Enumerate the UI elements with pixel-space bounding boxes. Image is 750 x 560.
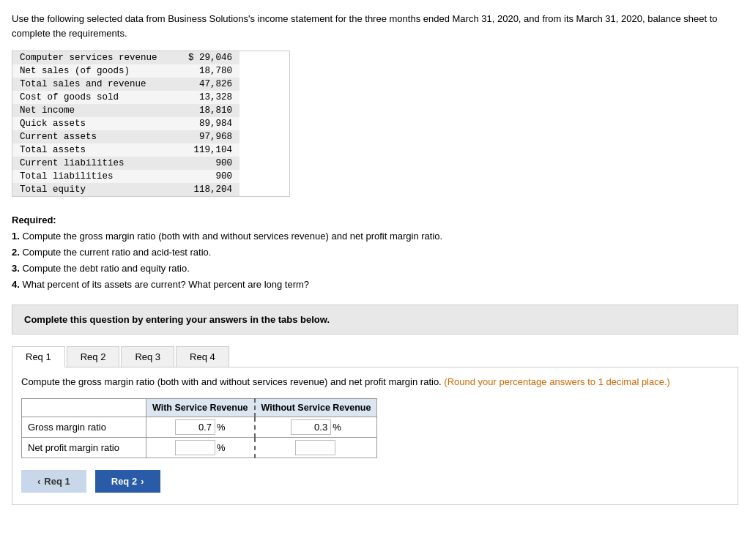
- nav-buttons: ‹ Req 1 Req 2 ›: [21, 470, 729, 493]
- tab-req1[interactable]: Req 1: [12, 346, 65, 367]
- req-num: 3.: [12, 263, 20, 274]
- answer-row-label: Net profit margin ratio: [22, 437, 146, 458]
- row-value: 900: [174, 170, 240, 183]
- req-num: 2.: [12, 247, 20, 258]
- answer-row: Gross margin ratio % %: [22, 417, 377, 437]
- col-header-without-service: Without Service Revenue: [255, 398, 377, 417]
- row-value: 119,104: [174, 143, 240, 157]
- row-value: 18,780: [174, 64, 240, 78]
- without-service-input[interactable]: [291, 419, 331, 435]
- row-label: Net sales (of goods): [12, 64, 174, 78]
- req-num: 4.: [12, 279, 20, 290]
- financial-row: Total liabilities 900: [12, 170, 240, 183]
- financial-row: Total sales and revenue 47,826: [12, 78, 240, 91]
- col-header-with-service: With Service Revenue: [146, 398, 255, 417]
- row-label: Current liabilities: [12, 157, 174, 170]
- intro-text: Use the following selected data from Bus…: [12, 12, 738, 40]
- financial-row: Computer services revenue $ 29,046: [12, 51, 240, 64]
- answer-row: Net profit margin ratio %: [22, 437, 377, 458]
- compute-instruction: Compute the gross margin ratio (both wit…: [21, 375, 729, 389]
- row-value: 13,328: [174, 91, 240, 104]
- row-label: Total equity: [12, 183, 174, 196]
- without-service-pct: %: [333, 422, 341, 433]
- financial-row: Total equity 118,204: [12, 183, 240, 196]
- row-label: Current assets: [12, 130, 174, 143]
- answer-row-label: Gross margin ratio: [22, 417, 146, 437]
- row-label: Total sales and revenue: [12, 78, 174, 91]
- prev-button[interactable]: ‹ Req 1: [21, 470, 86, 493]
- row-label: Net income: [12, 104, 174, 117]
- complete-box: Complete this question by entering your …: [12, 305, 738, 335]
- tab-content-req1: Compute the gross margin ratio (both wit…: [12, 367, 738, 505]
- financial-row: Net sales (of goods) 18,780: [12, 64, 240, 78]
- financial-row: Net income 18,810: [12, 104, 240, 117]
- tab-req3[interactable]: Req 3: [121, 346, 174, 367]
- financial-data-table: Computer services revenue $ 29,046Net sa…: [12, 51, 290, 197]
- financial-row: Total assets 119,104: [12, 143, 240, 157]
- with-service-pct: %: [217, 442, 226, 453]
- required-title: Required:: [12, 214, 56, 225]
- with-service-cell[interactable]: %: [146, 437, 255, 458]
- required-item: 2. Compute the current ratio and acid-te…: [12, 244, 738, 261]
- financial-row: Current assets 97,968: [12, 130, 240, 143]
- tab-req2[interactable]: Req 2: [67, 346, 120, 367]
- row-value: 18,810: [174, 104, 240, 117]
- row-value: 47,826: [174, 78, 240, 91]
- without-service-cell[interactable]: %: [255, 417, 377, 437]
- prev-arrow-icon: ‹: [37, 476, 40, 487]
- row-label: Cost of goods sold: [12, 91, 174, 104]
- with-service-input[interactable]: [175, 419, 215, 435]
- compute-instruction-orange: (Round your percentage answers to 1 deci…: [444, 376, 670, 387]
- required-section: Required: 1. Compute the gross margin ra…: [12, 212, 738, 293]
- answer-table: With Service Revenue Without Service Rev…: [21, 398, 377, 458]
- row-value: $ 29,046: [174, 51, 240, 64]
- prev-button-label: Req 1: [44, 476, 70, 487]
- financial-row: Quick assets 89,984: [12, 117, 240, 130]
- required-item: 1. Compute the gross margin ratio (both …: [12, 228, 738, 244]
- col-header-empty: [22, 398, 146, 417]
- row-value: 97,968: [174, 130, 240, 143]
- with-service-input[interactable]: [175, 440, 215, 455]
- row-value: 900: [174, 157, 240, 170]
- with-service-cell[interactable]: %: [146, 417, 255, 437]
- next-button-label: Req 2: [111, 476, 137, 487]
- row-label: Quick assets: [12, 117, 174, 130]
- row-value: 118,204: [174, 183, 240, 196]
- tab-req4[interactable]: Req 4: [176, 346, 229, 367]
- required-item: 4. What percent of its assets are curren…: [12, 277, 738, 293]
- row-label: Total liabilities: [12, 170, 174, 183]
- with-service-pct: %: [217, 422, 226, 433]
- next-arrow-icon: ›: [141, 476, 144, 487]
- row-label: Computer services revenue: [12, 51, 174, 64]
- financial-row: Cost of goods sold 13,328: [12, 91, 240, 104]
- without-service-input[interactable]: [295, 440, 335, 455]
- without-service-cell[interactable]: [255, 437, 377, 458]
- row-label: Total assets: [12, 143, 174, 157]
- financial-row: Current liabilities 900: [12, 157, 240, 170]
- tabs-row: Req 1Req 2Req 3Req 4: [12, 346, 738, 367]
- next-button[interactable]: Req 2 ›: [95, 470, 160, 493]
- req-num: 1.: [12, 231, 20, 242]
- required-item: 3. Compute the debt ratio and equity rat…: [12, 261, 738, 277]
- row-value: 89,984: [174, 117, 240, 130]
